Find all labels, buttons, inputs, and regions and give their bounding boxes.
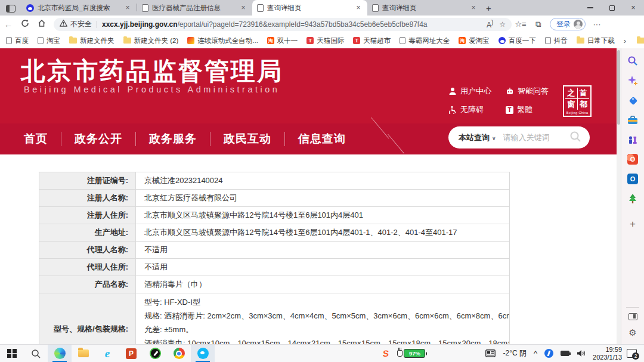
back-icon[interactable]: ← xyxy=(0,19,17,29)
sidebar-settings-icon[interactable]: ⚙ xyxy=(628,327,636,338)
search-input[interactable] xyxy=(503,133,569,142)
scrollbar-thumb[interactable] xyxy=(617,50,620,125)
login-button[interactable]: 登录 xyxy=(550,18,586,30)
sidebar-office-icon[interactable]: O xyxy=(625,151,640,167)
edge-sidebar: O O + ⚙ xyxy=(621,48,644,344)
close-button[interactable]: × xyxy=(623,0,644,16)
tab-workspaces-icon[interactable] xyxy=(6,5,16,13)
nav-public-interaction[interactable]: 政民互动 xyxy=(210,131,284,147)
taskbar-search-button[interactable] xyxy=(24,345,48,362)
sidebar-shopping-icon[interactable] xyxy=(625,92,640,108)
traditional-chinese-link[interactable]: T 繁體 xyxy=(506,104,563,115)
bookmark-item[interactable]: 百度 xyxy=(6,36,29,45)
battery-indicator[interactable]: 97% xyxy=(397,349,425,358)
smart-qa-link[interactable]: 智能问答 xyxy=(506,86,563,97)
tab-title: 医疗器械产品注册信息 xyxy=(152,4,236,13)
bookmark-item[interactable]: 抖音 xyxy=(545,36,568,45)
bookmark-item[interactable]: 连续滚动式全自动... xyxy=(187,36,258,45)
taskbar-edge-button[interactable] xyxy=(48,345,72,362)
search-icon xyxy=(31,349,41,358)
sidebar-outlook-icon[interactable]: O xyxy=(625,171,640,187)
tab-close-icon[interactable]: × xyxy=(123,4,132,12)
favorite-star-icon[interactable]: ☆ xyxy=(499,20,506,29)
taskbar-editor-button[interactable] xyxy=(143,345,167,362)
sidebar-search-icon[interactable] xyxy=(625,53,640,69)
start-button[interactable] xyxy=(0,345,24,362)
bookmark-item[interactable]: 淘宝 xyxy=(38,36,60,45)
search-scope-dropdown[interactable]: 本站查询 xyxy=(459,132,490,143)
taskbar-explorer-button[interactable] xyxy=(72,345,95,362)
not-secure-label: 不安全 xyxy=(70,19,92,29)
nav-info-query[interactable]: 信息查询 xyxy=(285,131,359,147)
taskbar-clock[interactable]: 19:59 2023/1/13 xyxy=(593,346,622,361)
bookmark-item[interactable]: 新建文件夹 (2) xyxy=(123,36,179,45)
notification-icon[interactable]: 2 xyxy=(627,349,637,358)
windows-taskbar: e P S 97% -2°C 阴 ^ 19:59 2023/1/13 xyxy=(0,344,644,362)
sidebar-collapse-icon[interactable] xyxy=(628,313,637,320)
accessibility-link[interactable]: 无障碍 xyxy=(448,104,506,115)
accessibility-icon xyxy=(448,106,457,114)
browser-tab-2[interactable]: 医疗器械产品注册信息 × xyxy=(137,0,252,16)
read-aloud-icon[interactable]: A) xyxy=(487,19,493,29)
browser-tab-1[interactable]: 北京市药监局_百度搜索 × xyxy=(21,0,137,16)
tab-close-icon[interactable]: × xyxy=(239,4,247,12)
search-icon[interactable] xyxy=(569,131,581,145)
favorites-hub-icon[interactable]: ☆≡ xyxy=(512,20,530,29)
chevron-down-icon[interactable]: ∨ xyxy=(492,135,496,141)
sidebar-discover-icon[interactable] xyxy=(625,73,640,88)
user-center-link[interactable]: 用户中心 xyxy=(448,86,506,97)
tab-close-icon[interactable]: × xyxy=(354,4,363,12)
bookmark-item[interactable]: 日常下载 xyxy=(577,36,615,45)
decor-diagonal xyxy=(388,134,404,154)
nav-home[interactable]: 首页 xyxy=(17,131,61,147)
url-path: /eportal/ui?pageId=723916&exampleId=943a… xyxy=(178,20,481,29)
tray-blue-app-icon[interactable] xyxy=(544,349,553,358)
sidebar-tree-icon[interactable] xyxy=(625,191,640,206)
restore-button[interactable] xyxy=(601,0,623,16)
bookmark-item[interactable]: 毒霸网址大全 xyxy=(400,36,450,45)
other-favorites[interactable]: 其他收藏夹 xyxy=(637,36,644,45)
bookmark-item[interactable]: T天猫国际 xyxy=(306,36,344,45)
folder-icon xyxy=(577,38,584,44)
bookmark-item[interactable]: 百度一下 xyxy=(499,36,536,45)
sidebar-add-icon[interactable]: + xyxy=(625,216,640,232)
tray-expand-icon[interactable]: ^ xyxy=(534,349,537,358)
volume-icon[interactable] xyxy=(577,349,586,357)
nav-gov-services[interactable]: 政务服务 xyxy=(136,131,210,147)
sidebar-games-icon[interactable] xyxy=(625,132,640,147)
window-controls: × xyxy=(580,0,644,16)
more-menu-icon[interactable]: ··· xyxy=(588,20,606,29)
bookmarks-bar: 百度 淘宝 新建文件夹 新建文件夹 (2) 连续滚动式全自动... 淘双十一 T… xyxy=(0,33,644,48)
vertical-scrollbar[interactable] xyxy=(617,48,621,344)
folder-icon xyxy=(637,38,644,44)
page-content: 注册证编号:京械注准20232140024 注册人名称:北京红方医疗器械有限公司… xyxy=(0,154,620,344)
battery-percent: 97% xyxy=(404,349,425,358)
minimize-button[interactable] xyxy=(580,0,601,16)
taskbar-chat-button[interactable] xyxy=(191,345,215,362)
browser-tab-4[interactable]: 查询详细页 × xyxy=(367,0,482,16)
bookmark-item[interactable]: 新建文件夹 xyxy=(69,36,114,45)
taskbar-chrome-button[interactable] xyxy=(167,345,191,362)
address-bar[interactable]: 不安全 xxcx.yjj.beijing.gov.cn /eportal/ui?… xyxy=(54,18,512,31)
browser-tab-3-active[interactable]: 查询详细页 × xyxy=(252,0,367,16)
news-feed-icon[interactable] xyxy=(485,349,496,357)
bookmark-item[interactable]: 淘爱淘宝 xyxy=(459,36,490,45)
table-row: 注册人名称:北京红方医疗器械有限公司 xyxy=(39,190,510,207)
refresh-icon[interactable] xyxy=(17,19,33,29)
bookmark-item[interactable]: T天猫超市 xyxy=(353,36,391,45)
tab-close-icon[interactable]: × xyxy=(469,4,478,12)
nav-gov-disclosure[interactable]: 政务公开 xyxy=(61,131,135,147)
new-tab-button[interactable]: + xyxy=(486,3,491,13)
sidebar-tools-icon[interactable] xyxy=(625,112,640,128)
collections-icon[interactable]: ⧉ xyxy=(530,20,547,29)
bookmark-item[interactable]: 淘双十一 xyxy=(267,36,298,45)
tray-battery-icon[interactable] xyxy=(561,351,569,356)
weather-status[interactable]: -2°C 阴 xyxy=(503,348,526,358)
home-icon[interactable] xyxy=(33,19,50,29)
page-icon xyxy=(38,37,44,44)
sogou-icon[interactable]: S xyxy=(383,348,390,358)
pencil-app-icon xyxy=(150,348,161,359)
taskbar-ie-button[interactable]: e xyxy=(95,345,119,362)
bookmarks-overflow-icon[interactable]: › xyxy=(624,36,626,45)
taskbar-powerpoint-button[interactable]: P xyxy=(119,345,143,362)
